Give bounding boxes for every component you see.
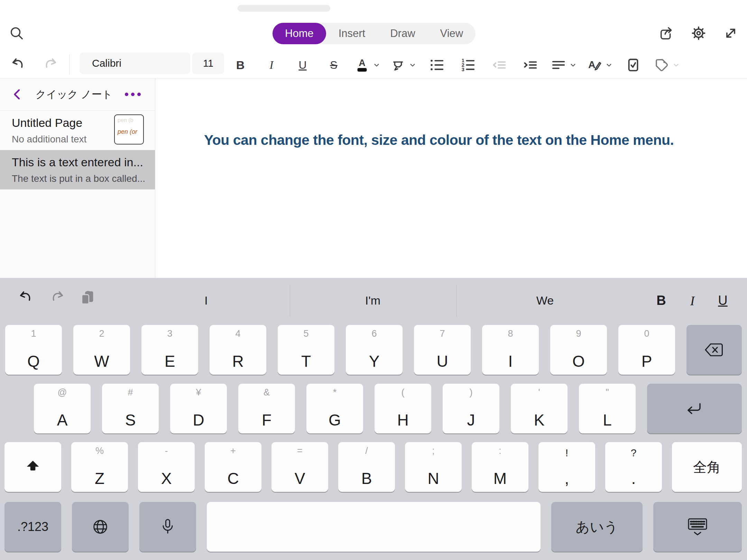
settings-gear-icon[interactable] [691,25,707,41]
key-E[interactable]: 3E [141,325,198,375]
key-L[interactable]: "L [579,384,636,433]
keyboard-underline-button[interactable]: U [713,278,732,323]
onscreen-keyboard: I I'm We B I U 1Q2W3E4R5T6Y7U8I9O0P@A#S¥… [0,278,747,560]
key-B[interactable]: /B [338,442,395,492]
bold-button[interactable]: B [230,54,251,76]
key-label: G [306,412,363,428]
key-hint: 2 [73,328,130,339]
page-list-item-selected[interactable]: This is a text entered in... The text is… [0,150,155,189]
key-comma-exclamation[interactable]: !, [538,442,595,492]
share-icon[interactable] [659,25,675,41]
key-zenkaku[interactable]: 全角 [672,442,742,492]
key-N[interactable]: ;N [405,442,462,492]
more-options-icon[interactable] [123,89,142,100]
italic-button[interactable]: I [261,54,282,76]
expand-icon[interactable] [723,25,739,41]
redo-icon[interactable] [42,57,58,73]
key-label: M [472,470,528,486]
keyboard-undo-icon[interactable] [18,290,34,306]
suggestion-2[interactable]: I'm [335,278,411,323]
key-hint: : [472,446,528,456]
key-hint: ) [443,387,499,398]
page-list-item-untitled[interactable]: Untitled Page No additional text pen (b … [0,111,155,150]
underline-button[interactable]: U [292,54,313,76]
key-label: C [205,470,261,486]
note-text[interactable]: You can change the font, size and colour… [204,132,674,148]
keyboard-redo-icon[interactable] [49,290,65,306]
key-G[interactable]: *G [306,384,363,433]
paste-clipboard-icon[interactable] [80,290,95,306]
bullet-list-button[interactable] [426,54,448,76]
key-label: A [34,412,91,428]
key-C[interactable]: +C [205,442,261,492]
tag-button[interactable] [654,54,680,76]
key-F[interactable]: &F [238,384,295,433]
suggestion-3[interactable]: We [507,278,583,323]
key-P[interactable]: 0P [618,325,675,375]
numbered-list-button[interactable]: 1 2 3 [457,54,479,76]
strikethrough-button[interactable]: S [323,54,344,76]
indent-button[interactable] [519,54,541,76]
key-return[interactable] [647,384,742,433]
back-chevron-icon[interactable] [10,87,24,102]
search-icon[interactable] [8,25,24,41]
tab-draw[interactable]: Draw [378,23,427,44]
key-Y[interactable]: 6Y [346,325,403,375]
key-space[interactable] [207,502,541,552]
alignment-button[interactable] [551,54,577,76]
key-period-question[interactable]: ?. [605,442,662,492]
key-shift[interactable] [4,442,61,492]
key-hint: 8 [482,328,539,339]
key-W[interactable]: 2W [73,325,130,375]
note-canvas[interactable]: You can change the font, size and colour… [156,78,747,278]
suggestion-1[interactable]: I [168,278,244,323]
svg-text:A: A [588,59,596,70]
key-kana[interactable]: あいう [551,502,643,552]
undo-icon[interactable] [10,57,26,73]
key-K[interactable]: 'K [511,384,568,433]
key-label: X [138,470,195,486]
key-R[interactable]: 4R [210,325,266,375]
key-Q[interactable]: 1Q [5,325,62,375]
tab-insert[interactable]: Insert [326,23,378,44]
key-O[interactable]: 9O [550,325,607,375]
ribbon-tabs: Home Insert Draw View [273,23,476,44]
key-mic[interactable] [139,502,196,552]
key-A[interactable]: @A [34,384,91,433]
keyboard-bold-button[interactable]: B [652,278,671,323]
key-H[interactable]: (H [375,384,431,433]
key-backspace[interactable] [686,325,742,375]
key-dismiss[interactable] [653,502,742,552]
font-name-field[interactable]: Calibri [80,53,190,74]
key-V[interactable]: =V [271,442,328,492]
key-hint: ! [538,447,595,459]
key-U[interactable]: 7U [414,325,471,375]
key-D[interactable]: ¥D [170,384,227,433]
key-hint: 0 [618,328,675,339]
key-S[interactable]: #S [102,384,159,433]
key-hint: 4 [210,328,266,339]
highlighter-button[interactable] [390,54,416,76]
font-color-button[interactable]: A [354,54,380,76]
font-size-field[interactable]: 11 [192,53,224,74]
outdent-button[interactable] [488,54,510,76]
key-I[interactable]: 8I [482,325,539,375]
key-label: Y [346,353,403,369]
tab-home[interactable]: Home [273,23,326,44]
key-label: D [170,412,227,428]
key-X[interactable]: -X [138,442,195,492]
key-Z[interactable]: %Z [71,442,128,492]
key-M[interactable]: :M [472,442,528,492]
key-J[interactable]: )J [443,384,499,433]
key-label: H [375,412,431,428]
key-symbols[interactable]: .?123 [4,502,61,552]
key-T[interactable]: 5T [278,325,334,375]
chevron-down-icon [409,61,416,69]
styles-button[interactable]: A [587,54,613,76]
format-buttons: B I U S A [230,52,680,78]
keyboard-italic-button[interactable]: I [683,278,702,323]
key-label: J [443,412,499,428]
todo-checkbox-button[interactable] [622,54,644,76]
key-globe[interactable] [72,502,129,552]
tab-view[interactable]: View [428,23,476,44]
